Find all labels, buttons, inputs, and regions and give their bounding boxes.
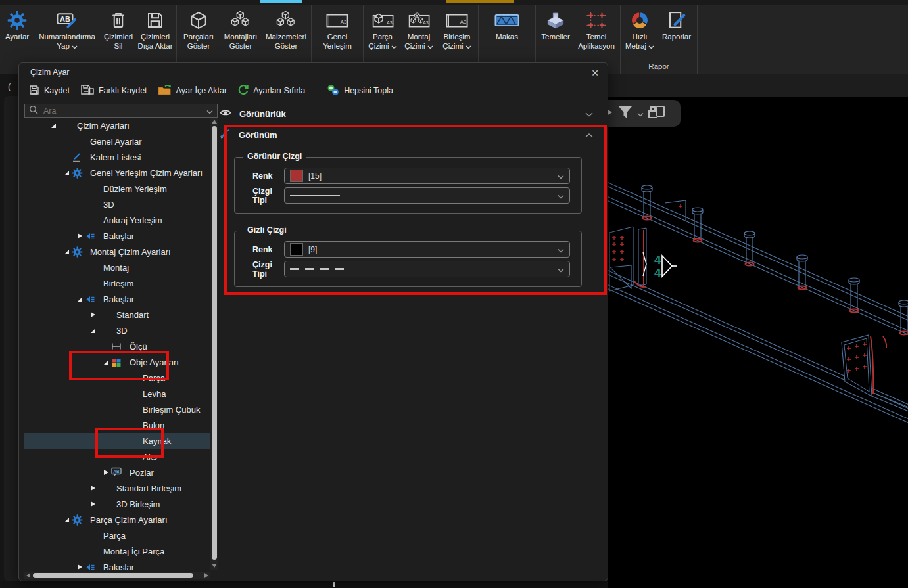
tree-item-montaj-izim-ayarlar[interactable]: Montaj Çizim Ayarları [24,244,210,260]
chevron-down-icon[interactable] [585,109,593,119]
tree-item-aks[interactable]: Aks [24,449,210,464]
brush-icon [220,129,231,141]
chevron-down-icon[interactable] [206,105,213,117]
close-icon[interactable]: ✕ [588,66,602,79]
collapse-triangle-icon[interactable] [61,248,72,256]
toolbar-button-farkl-kaydet[interactable]: Farklı Kaydet [80,84,147,98]
measure-icon [111,342,130,351]
ribbon-button-izimleri-sil[interactable]: ÇizimleriSil [101,5,135,51]
tree-item-3d-birle-im[interactable]: 3D Birleşim [24,496,210,512]
ribbon-button-raporlar[interactable]: Raporlar [657,5,696,41]
ribbon-button-montaj-izimi[interactable]: A3MontajÇizimi [400,5,437,51]
section-label: Görünürlük [239,109,286,119]
visible-line-color-combo[interactable]: [15] [284,168,570,184]
hidden-line-color-combo[interactable]: [9] [284,241,570,258]
scroll-up-icon[interactable] [210,118,218,125]
tree-item-par-a[interactable]: Parça [24,528,210,543]
tree-item-bak-lar[interactable]: Bakışlar [24,228,210,244]
scroll-left-icon[interactable] [24,572,32,579]
tree-item-pozlar[interactable]: ABPozlar [24,464,210,480]
tree-item-izim-ayarlar[interactable]: Çizim Ayarları [24,118,210,133]
toolbar-button-hepsini-topla[interactable]: Hepsini Topla [327,84,393,98]
drawing-layout-icon[interactable] [648,104,666,123]
tree-item-genel-ayarlar[interactable]: Genel Ayarlar [24,133,210,149]
tree-item-montaj[interactable]: Montaj [24,260,210,275]
ribbon-button-montajlar-g-ster[interactable]: MontajlarıGöster [219,5,262,51]
horizontal-scroll-thumb[interactable] [33,573,193,578]
tree-item-3d[interactable]: 3D [24,196,210,212]
filter-icon[interactable] [617,105,633,122]
expand-triangle-icon[interactable] [101,468,111,476]
tree-item-par-a[interactable]: Parça [24,370,210,386]
expand-triangle-icon[interactable] [74,232,85,240]
expand-triangle-icon[interactable] [74,563,85,570]
ribbon-button-par-alar-g-ster[interactable]: ParçalarıGöster [178,5,219,51]
chevron-down-icon[interactable] [637,108,644,120]
collapse-triangle-icon[interactable] [74,296,85,303]
search-combobox[interactable] [24,104,218,118]
visible-line-group: Görünür Çizgi Renk [15] Çizgi Tipi [234,157,582,214]
tree-item-standart[interactable]: Standart [24,307,210,323]
ribbon-button-numaraland-rma-yap[interactable]: ABNumaralandırmaYap [33,5,101,51]
tree-item-bak-lar[interactable]: Bakışlar [24,559,210,570]
toolbar-button-kaydet[interactable]: Kaydet [28,84,70,98]
tree-item-levha[interactable]: Levha [24,386,210,401]
tree-item-montaj-i-i-par-a[interactable]: Montaj İçi Parça [24,543,210,559]
ribbon-button-h-zl-metraj[interactable]: HızlıMetraj [622,5,657,51]
ribbon-button-temel-aplikasyon[interactable]: TemelAplikasyon [574,5,619,51]
tree-item-l[interactable]: Ölçü [24,338,210,354]
tree-item-kaynak[interactable]: Kaynak [24,433,210,449]
visible-line-type-combo[interactable] [284,187,570,204]
tree-item-bak-lar[interactable]: Bakışlar [24,291,210,307]
weld-annotation: 4 4 [643,252,661,280]
tree-item-par-a-izim-ayarlar[interactable]: Parça Çizim Ayarları [24,512,210,528]
toolbar-button-ayarlar-s-f-rla[interactable]: Ayarları Sıfırla [237,84,305,98]
tree-item-d-zlem-yerle-im[interactable]: Düzlem Yerleşim [24,181,210,196]
toolbar-button-ayar-i-e-aktar[interactable]: Ayar İçe Aktar [158,84,227,98]
tree-item-kalem-listesi[interactable]: Kalem Listesi [24,149,210,165]
tree-item-ankraj-yerle-im[interactable]: Ankraj Yerleşim [24,212,210,228]
expand-triangle-icon[interactable] [87,484,98,492]
collapse-triangle-icon[interactable] [61,170,72,177]
tree-horizontal-scrollbar[interactable] [24,572,210,579]
expand-triangle-icon[interactable] [87,311,98,319]
scroll-down-icon[interactable] [210,562,218,570]
vertical-scroll-thumb[interactable] [212,126,217,560]
ribbon-button-malzemeleri-g-ster[interactable]: MalzemeleriGöster [262,5,310,51]
gear-blue-icon [7,9,27,32]
collapse-triangle-icon[interactable] [87,327,98,334]
tree-item-birle-im-ubuk[interactable]: Birleşim Çubuk [24,401,210,417]
ribbon-button-birle-im-izimi[interactable]: A3BirleşimÇizimi [437,5,477,51]
tree-item-bulon[interactable]: Bulon [24,417,210,433]
cyan-indicator [260,0,302,3]
section-header-appearance[interactable]: Görünüm [220,126,604,143]
objects-icon [111,357,130,367]
tree-item-obje-ayarlar[interactable]: Obje Ayarları [24,354,210,370]
ribbon-button-temeller[interactable]: Temeller [537,5,574,41]
application-window: AyarlarABNumaralandırmaYapÇizimleriSilÇi… [0,0,908,588]
sheet-a3-icon: A3 [445,9,469,32]
color-label: Renk [235,171,284,181]
ribbon-button-ayarlar[interactable]: Ayarlar [1,5,33,41]
chevron-up-icon[interactable] [585,130,593,140]
forward-arrow-icon[interactable] [608,108,613,120]
tree-vertical-scrollbar[interactable] [210,118,218,570]
ribbon-button-genel-yerle-im[interactable]: A3GenelYerleşim [313,5,362,51]
ribbon-button-makas[interactable]: Makas [480,5,534,41]
3d-viewport[interactable]: 4 4 [608,97,908,588]
tree-item-standart-birle-im[interactable]: Standart Birleşim [24,480,210,496]
collapse-triangle-icon[interactable] [101,359,111,366]
tree-item-3d[interactable]: 3D [24,323,210,338]
hidden-line-type-combo[interactable] [284,261,570,277]
scroll-right-icon[interactable] [203,572,210,579]
ribbon-button-izimleri-d-a-aktar[interactable]: ÇizimleriDışa Aktar [135,5,175,51]
expand-triangle-icon[interactable] [87,500,98,508]
ribbon-button-par-a-izimi[interactable]: A3ParçaÇizimi [365,5,400,51]
collapse-triangle-icon[interactable] [61,516,72,524]
section-header-visibility[interactable]: Görünürlük [220,105,604,122]
tree-item-genel-yerle-im-izim-ayarlar[interactable]: Genel Yerleşim Çizim Ayarları [24,165,210,181]
tree-item-birle-im[interactable]: Birleşim [24,275,210,291]
search-input[interactable] [42,106,203,116]
group-legend: Gizli Çizgi [243,225,291,235]
collapse-triangle-icon[interactable] [48,122,59,129]
